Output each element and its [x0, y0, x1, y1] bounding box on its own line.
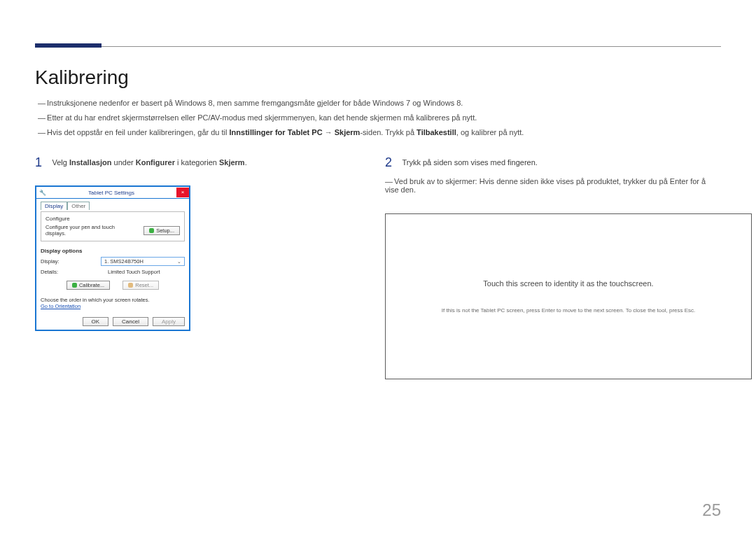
- step-1-text: Velg Installasjon under Konfigurer i kat…: [52, 155, 246, 169]
- touchscreen-prompt: Touch this screen to identity it as the …: [385, 213, 752, 379]
- dialog-titlebar[interactable]: 🔧 Tablet PC Settings ×: [36, 187, 189, 199]
- calibrate-button[interactable]: Calibrate...: [66, 281, 110, 290]
- calibrate-icon: [72, 283, 77, 288]
- dash-icon: ―: [38, 126, 45, 140]
- intro-3c: -siden. Trykk på: [360, 128, 416, 136]
- chevron-down-icon: ⌄: [177, 259, 181, 265]
- reset-icon: [128, 283, 133, 288]
- ok-button[interactable]: OK: [83, 317, 109, 326]
- intro-2-text: Etter at du har endret skjermstørrelsen …: [47, 113, 477, 122]
- step1-mid2: i kategorien: [175, 158, 219, 167]
- configure-group: Configure Configure your pen and touch d…: [41, 211, 185, 241]
- top-rule-accent: [35, 43, 102, 48]
- details-label: Details:: [41, 269, 58, 275]
- tablet-pc-settings-dialog: 🔧 Tablet PC Settings × DisplayOther Conf…: [35, 185, 190, 331]
- dialog-footer: OK Cancel Apply: [36, 314, 189, 330]
- tab-other[interactable]: Other: [67, 202, 90, 210]
- intro-line-1: ― Instruksjonene nedenfor er basert på W…: [38, 97, 718, 111]
- intro-1-text: Instruksjonene nedenfor er basert på Win…: [47, 99, 463, 107]
- configure-desc: Configure your pen and touch displays.: [46, 224, 122, 237]
- intro-block: ― Instruksjonene nedenfor er basert på W…: [38, 97, 718, 140]
- touchscreen-main-text: Touch this screen to identity it as the …: [483, 279, 653, 288]
- dash-icon: ―: [385, 177, 392, 185]
- step-2: 2 Trykk på siden som vises med fingeren.…: [385, 155, 721, 379]
- step1-b3: Skjerm: [219, 158, 245, 167]
- display-options-group: Display options Display: 1. SMS24B750H ⌄…: [41, 244, 185, 294]
- step-1: 1 Velg Installasjon under Konfigurer i k…: [35, 155, 364, 331]
- reset-button[interactable]: Reset...: [122, 281, 159, 290]
- display-label: Display:: [41, 258, 59, 265]
- touchscreen-sub-text: If this is not the Tablet PC screen, pre…: [442, 307, 696, 314]
- step1-post: .: [245, 158, 247, 167]
- display-value: 1. SMS24B750H: [104, 258, 144, 265]
- display-row: Display: 1. SMS24B750H ⌄: [41, 257, 185, 266]
- intro-3b2: Skjerm: [335, 128, 360, 136]
- step-2-head: 2 Trykk på siden som vises med fingeren.: [385, 155, 721, 170]
- step1-pre: Velg: [52, 158, 69, 167]
- intro-line-3: ― Hvis det oppstår en feil under kalibre…: [38, 126, 718, 140]
- dialog-title: Tablet PC Settings: [88, 190, 134, 196]
- dialog-body: DisplayOther Configure Configure your pe…: [36, 199, 189, 314]
- display-options-label: Display options: [41, 248, 185, 254]
- intro-line-2: ― Etter at du har endret skjermstørrelse…: [38, 111, 718, 125]
- display-select[interactable]: 1. SMS24B750H ⌄: [101, 257, 185, 266]
- calibrate-label: Calibrate...: [79, 282, 104, 288]
- apply-button[interactable]: Apply: [153, 317, 185, 326]
- rotate-text: Choose the order in which your screen ro…: [41, 297, 185, 303]
- details-row: Details: Limited Touch Support: [41, 269, 185, 275]
- dash-icon: ―: [38, 97, 45, 111]
- dialog-tabs: DisplayOther: [41, 202, 185, 210]
- step-2-note: ― Ved bruk av to skjermer: Hvis denne si…: [385, 177, 721, 194]
- section-title: Kalibrering: [35, 66, 129, 89]
- cancel-button[interactable]: Cancel: [113, 317, 148, 326]
- page: Kalibrering ― Instruksjonene nedenfor er…: [0, 0, 756, 534]
- intro-3a: Hvis det oppstår en feil under kalibreri…: [47, 128, 229, 136]
- intro-3b1: Innstillinger for Tablet PC: [230, 128, 323, 136]
- tab-display[interactable]: Display: [41, 202, 67, 210]
- top-rule: [35, 46, 721, 47]
- page-number: 25: [702, 500, 721, 520]
- configure-row: Configure your pen and touch displays. S…: [46, 224, 180, 237]
- reset-label: Reset...: [135, 282, 153, 288]
- close-button[interactable]: ×: [176, 188, 189, 197]
- step-2-text: Trykk på siden som vises med fingeren.: [402, 155, 537, 169]
- setup-label: Setup...: [156, 227, 174, 234]
- step1-b2: Konfigurer: [136, 158, 175, 167]
- step-2-note-text: Ved bruk av to skjermer: Hvis denne side…: [385, 177, 706, 194]
- orientation-link[interactable]: Go to Orientation: [41, 303, 185, 309]
- calibrate-row: Calibrate... Reset...: [41, 281, 185, 290]
- step1-mid1: under: [111, 158, 135, 167]
- setup-icon: [149, 228, 154, 233]
- intro-3arrow: →: [323, 128, 335, 136]
- details-value: Limited Touch Support: [108, 269, 185, 275]
- intro-3b3: Tilbakestill: [416, 128, 456, 136]
- step1-b1: Installasjon: [69, 158, 112, 167]
- intro-3d: , og kalibrer på nytt.: [456, 128, 524, 136]
- step-2-number: 2: [385, 155, 392, 170]
- dash-icon: ―: [38, 111, 45, 125]
- setup-button[interactable]: Setup...: [144, 226, 180, 235]
- configure-label: Configure: [46, 216, 180, 222]
- step-1-number: 1: [35, 155, 42, 170]
- dialog-icon: 🔧: [39, 190, 46, 196]
